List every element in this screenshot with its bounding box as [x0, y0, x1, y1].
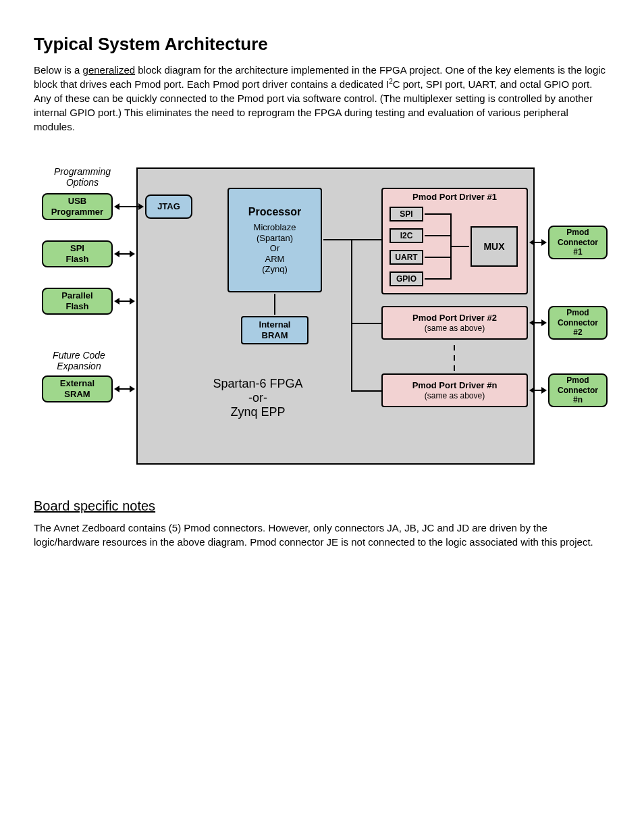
dash-3 — [454, 365, 455, 371]
driver1-title: Pmod Port Driver #1 — [383, 192, 527, 203]
future-code-label: Future Code Expansion — [42, 350, 116, 371]
pmod-connector-n: Pmod Connector #n — [548, 373, 608, 407]
intro-paragraph: Below is a generalized block diagram for… — [34, 63, 610, 134]
fpga-caption: Spartan-6 FPGA -or- Zynq EPP — [190, 377, 325, 419]
mux-box: MUX — [471, 226, 518, 267]
pmod-connector-2: Pmod Connector #2 — [548, 306, 608, 340]
pmod-connector-1: Pmod Connector #1 — [548, 226, 608, 259]
uart-box: UART — [390, 250, 423, 265]
l-spi-h — [425, 213, 452, 215]
arrow-driver1-conn1 — [531, 242, 545, 243]
pmod-driver-1: Pmod Port Driver #1 SPI I2C UART GPIO MU… — [381, 188, 528, 294]
line-bus-v — [351, 239, 352, 391]
arrow-drivern-connn — [531, 390, 545, 391]
line-bus-driver2 — [351, 323, 381, 324]
dash-2 — [454, 355, 455, 361]
drivern-sub: (same as above) — [425, 391, 485, 400]
architecture-diagram: Programming Options USB Programmer SPI F… — [35, 161, 609, 471]
drivern-title: Pmod Port Driver #n — [412, 380, 498, 391]
pmod-driver-n: Pmod Port Driver #n (same as above) — [381, 373, 528, 407]
arrow-parallel-flash — [115, 301, 134, 302]
pmod-driver-2: Pmod Port Driver #2 (same as above) — [381, 306, 528, 340]
intro-text-1: Below is a — [34, 64, 83, 76]
l-uart-h — [425, 257, 452, 258]
processor-title: Processor — [248, 205, 301, 218]
arrow-spi-flash — [115, 253, 134, 255]
driver2-sub: (same as above) — [425, 323, 485, 333]
jtag-box: JTAG — [145, 194, 192, 219]
spi-box: SPI — [390, 207, 423, 221]
gpio-box: GPIO — [390, 271, 423, 286]
usb-programmer-box: USB Programmer — [42, 193, 113, 220]
arrow-driver2-conn2 — [531, 322, 545, 323]
parallel-flash-box: Parallel Flash — [42, 288, 113, 315]
i2c-box: I2C — [390, 228, 423, 243]
line-bus-drivern — [351, 390, 381, 392]
programming-options-label: Programming Options — [42, 166, 123, 188]
internal-bram-box: Internal BRAM — [241, 316, 308, 344]
spi-flash-box: SPI Flash — [42, 240, 113, 267]
l-to-mux — [450, 246, 469, 247]
driver2-title: Pmod Port Driver #2 — [412, 313, 497, 323]
line-bus-driver1 — [351, 239, 381, 240]
l-i2c-h — [425, 235, 452, 236]
notes-body: The Avnet Zedboard contains (5) Pmod con… — [34, 521, 610, 549]
l-gpio-h — [425, 278, 452, 280]
notes-heading: Board specific notes — [34, 498, 610, 514]
external-sram-box: External SRAM — [42, 375, 113, 402]
line-proc-bram — [274, 294, 275, 315]
arrow-sram — [115, 388, 134, 390]
line-proc-bus-h — [323, 239, 352, 240]
intro-generalized: generalized — [83, 64, 136, 76]
arrow-usb-jtag — [115, 206, 142, 207]
dash-1 — [454, 345, 455, 350]
page-title: Typical System Architecture — [34, 34, 610, 55]
processor-box: Processor Microblaze (Spartan) Or ARM (Z… — [227, 188, 322, 292]
processor-body: Microblaze (Spartan) Or ARM (Zynq) — [254, 222, 296, 275]
